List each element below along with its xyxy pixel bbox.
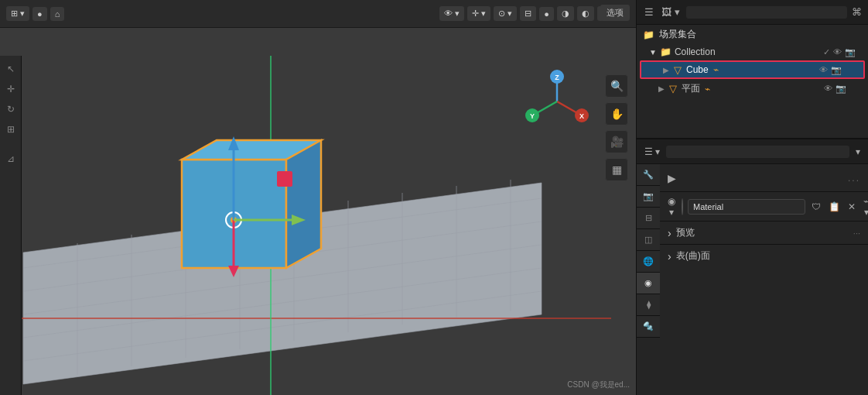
svg-text:Y: Y	[530, 112, 535, 120]
tool-move[interactable]: ✛	[2, 81, 19, 98]
svg-text:Z: Z	[555, 74, 559, 81]
props-tab-output[interactable]: ⊟	[637, 208, 660, 229]
sphere-btn[interactable]: ●	[539, 7, 554, 21]
outliner-header: ☰ 🖼 ▾ ⌘	[637, 0, 868, 25]
material-type-btn[interactable]: ◉ ▾	[666, 194, 677, 219]
preview-dots: ···	[853, 228, 860, 238]
tool-scale[interactable]: ⊞	[2, 121, 19, 138]
material-preview-btn[interactable]: ◑	[557, 6, 574, 21]
cube-cam-icon[interactable]: 📷	[831, 65, 842, 75]
tool-measure[interactable]: ⊿	[2, 150, 19, 167]
props-filter-btn[interactable]: ▾	[853, 145, 863, 159]
plane-mesh-icon	[668, 84, 678, 94]
surface-label: 表(曲)面	[676, 249, 710, 263]
props-tab-object[interactable]: ⧫	[637, 294, 660, 316]
scene-collection-icon: 📁	[643, 29, 654, 40]
props-tab-modifier[interactable]: 🔩	[637, 316, 660, 338]
plane-filter-icon: ⌁	[705, 84, 710, 94]
material-delete-btn[interactable]: ✕	[846, 200, 857, 214]
props-tab-view-layer[interactable]: ◫	[637, 229, 660, 251]
layout-btn[interactable]: ⊟	[520, 6, 536, 21]
collection-row[interactable]: ▼ 📁 Collection ✓ 👁 📷	[637, 44, 868, 60]
props-menu-btn[interactable]: ☰ ▾	[641, 145, 663, 159]
material-shield-btn[interactable]: 🛡	[810, 200, 822, 214]
collection-expand-icon: ▼	[649, 48, 657, 57]
select-mode-btn[interactable]: 选项	[600, 5, 630, 21]
svg-text:X: X	[579, 112, 584, 120]
props-tab-material[interactable]: ◉	[637, 273, 660, 294]
outliner-items: 📁 场景集合 ▼ 📁 Collection ✓ 👁 📷 ▶ Cube ⌁	[637, 25, 868, 138]
plane-label: 平面	[682, 82, 700, 95]
cube-label: Cube	[686, 64, 709, 75]
properties-toolbar: ☰ ▾ ▾	[637, 139, 868, 164]
dots-indicator: ...	[848, 173, 860, 184]
outliner-type-btn[interactable]: 🖼 ▾	[660, 5, 682, 19]
overlay-btn[interactable]: ⌂	[50, 7, 65, 21]
props-search-input[interactable]	[666, 146, 849, 158]
snap-btn[interactable]: ⊙ ▾	[494, 6, 517, 21]
plane-row-icons: 👁 📷	[824, 84, 846, 94]
watermark: CSDN @我是ed...	[567, 380, 630, 390]
play-row: ▶ ...	[660, 164, 868, 192]
preview-label: 预览	[676, 226, 695, 239]
outliner-menu-btn[interactable]: ☰	[643, 5, 655, 19]
collection-eye-icon[interactable]: 👁	[833, 47, 842, 57]
viewport-panel[interactable]: ⊞ ▾ ● ⌂ 👁 ▾ ✛ ▾ ⊙ ▾ ⊟ ● ◑ ◐ ▾ 选项	[0, 0, 636, 395]
grid-toggle-btn[interactable]: ▦	[605, 158, 628, 181]
transform-btn[interactable]: ✛ ▾	[467, 6, 490, 21]
rendered-btn[interactable]: ◐	[577, 6, 594, 21]
cube-row[interactable]: ▶ Cube ⌁ 👁 📷	[640, 60, 865, 79]
camera-btn[interactable]: 🎥	[605, 130, 628, 153]
play-btn[interactable]: ▶	[668, 172, 676, 184]
view-icon-btn[interactable]: 👁 ▾	[439, 6, 464, 21]
left-sidebar: ↖ ✛ ↻ ⊞ ⊿	[0, 56, 22, 395]
viewport-shading-btn[interactable]: ●	[32, 7, 47, 21]
props-tab-world[interactable]: 🌐	[637, 251, 660, 273]
scene-collection-label: 场景集合	[659, 28, 696, 41]
viewport-grid: Z X Y	[0, 28, 636, 395]
material-sphere-preview	[682, 198, 683, 215]
surface-section[interactable]: 表(曲)面	[660, 245, 868, 267]
material-name-input[interactable]	[688, 199, 805, 215]
cube-mesh-icon	[672, 64, 683, 75]
pan-btn[interactable]: ✋	[605, 102, 628, 125]
zoom-in-btn[interactable]: 🔍	[605, 74, 628, 98]
right-tools: 🔍 ✋ 🎥 ▦	[605, 74, 628, 181]
collection-label: Collection	[675, 46, 716, 57]
editor-type-btn[interactable]: ⊞ ▾	[6, 6, 29, 21]
cube-expand-icon: ▶	[663, 66, 669, 74]
properties-section: ☰ ▾ ▾ 🔧 📷 ⊟ ◫ 🌐 ◉ ⧫ 🔩 ▶ ...	[637, 139, 868, 395]
plane-expand-icon: ▶	[658, 84, 665, 93]
viewport-toolbar: ⊞ ▾ ● ⌂ 👁 ▾ ✛ ▾ ⊙ ▾ ⊟ ● ◑ ◐ ▾ 选项	[0, 0, 636, 28]
cube-filter-icon: ⌁	[713, 64, 719, 75]
outliner-section: ☰ 🖼 ▾ ⌘ 📁 场景集合 ▼ 📁 Collection ✓ 👁 📷	[637, 0, 868, 139]
props-tab-scene[interactable]: 🔧	[637, 164, 660, 186]
tool-cursor[interactable]: ↖	[2, 60, 19, 77]
cube-eye-icon[interactable]: 👁	[819, 65, 828, 75]
outliner-filter-icon: ⌘	[852, 6, 862, 18]
material-row: ◉ ▾ 🛡 📋 ✕ ⌁ ▾	[660, 192, 868, 222]
preview-chevron	[668, 227, 672, 239]
svg-rect-25	[277, 171, 292, 187]
preview-section[interactable]: 预览 ···	[660, 222, 868, 245]
surface-chevron	[668, 250, 672, 263]
plane-eye-icon[interactable]: 👁	[824, 84, 832, 94]
collection-cam-icon[interactable]: 📷	[845, 47, 856, 57]
props-tab-render[interactable]: 📷	[637, 186, 660, 208]
material-copy-btn[interactable]: 📋	[827, 200, 842, 214]
scene-area: Z X Y ↖ ✛ ↻ ⊞ ⊿ 🔍 ✋ 🎥 ▦	[0, 28, 636, 395]
right-panel: ☰ 🖼 ▾ ⌘ 📁 场景集合 ▼ 📁 Collection ✓ 👁 📷	[636, 0, 868, 395]
collection-check-icon[interactable]: ✓	[823, 47, 830, 57]
plane-row[interactable]: ▶ 平面 ⌁ 👁 📷	[637, 80, 868, 98]
tool-rotate[interactable]: ↻	[2, 101, 19, 118]
collection-folder-icon: 📁	[660, 46, 672, 57]
collection-row-icons: ✓ 👁 📷	[823, 47, 856, 57]
outliner-search-input[interactable]	[686, 6, 847, 19]
svg-marker-24	[286, 140, 321, 268]
scene-collection-row[interactable]: 📁 场景集合	[637, 25, 868, 44]
material-filter-btn[interactable]: ⌁ ▾	[862, 194, 868, 219]
cube-row-icons: 👁 📷	[819, 65, 842, 75]
plane-cam-icon[interactable]: 📷	[836, 84, 846, 94]
props-side-tabs: 🔧 📷 ⊟ ◫ 🌐 ◉ ⧫ 🔩	[637, 164, 660, 395]
